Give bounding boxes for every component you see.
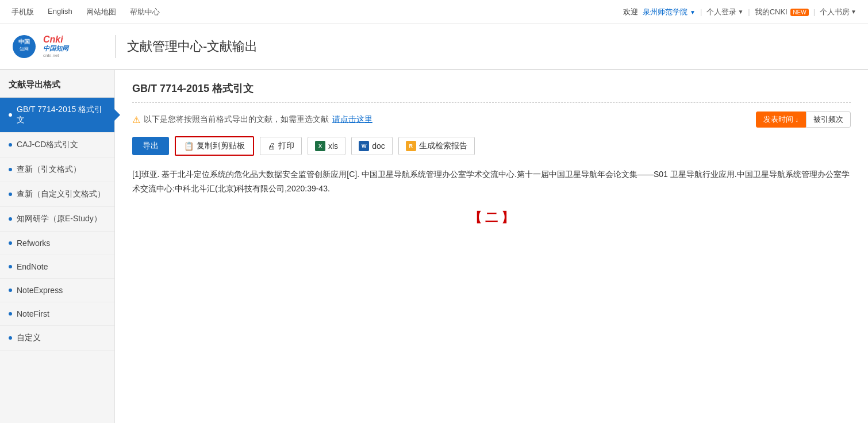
sidebar-bullet-icon: [9, 289, 12, 292]
copy-clipboard-button[interactable]: 📋 复制到剪贴板: [175, 136, 254, 156]
mobile-link[interactable]: 手机版: [11, 7, 34, 17]
institution-chevron-icon: ▼: [690, 9, 696, 16]
sidebar-bullet-icon: [9, 168, 12, 171]
sidebar-bullet-icon: [9, 143, 12, 147]
top-nav-separator3: |: [813, 7, 815, 16]
cnki-logo[interactable]: 中国 知网 Cnki 中国知网 cnki.net: [11, 31, 103, 63]
report-icon: R: [406, 141, 416, 151]
reselect-link[interactable]: 请点击这里: [332, 114, 372, 125]
sidebar-item-label-0: GB/T 7714-2015 格式引文: [17, 105, 106, 125]
top-nav-right: 欢迎 泉州师范学院 ▼ | 个人登录 ▼ | 我的CNKI NEW | 个人书房…: [623, 7, 857, 17]
sidebar-bullet-icon: [9, 265, 12, 268]
sidebar-item-label-1: CAJ-CD格式引文: [17, 140, 78, 150]
login-link[interactable]: 个人登录 ▼: [706, 7, 743, 17]
site-header: 中国 知网 Cnki 中国知网 cnki.net 文献管理中心-文献输出: [0, 24, 868, 70]
xls-icon: X: [315, 141, 325, 151]
sort-by-citation-button[interactable]: 被引频次: [806, 111, 851, 128]
svg-text:中国知网: 中国知网: [43, 45, 70, 52]
welcome-text: 欢迎: [623, 7, 638, 17]
personal-shelf-label: 个人书房: [820, 7, 850, 17]
shelf-chevron-icon: ▼: [851, 9, 857, 15]
sidebar-item-label-2: 查新（引文格式）: [17, 164, 81, 175]
doc-button[interactable]: W doc: [351, 137, 393, 155]
info-bar: ⚠ 以下是您将按照当前格式导出的文献，如需重选文献 请点击这里 发表时间 ↓ 被…: [132, 111, 851, 128]
sitemap-link[interactable]: 网站地图: [86, 7, 116, 17]
clipboard-icon: 📋: [184, 141, 194, 151]
login-chevron-icon: ▼: [738, 9, 743, 15]
reference-text: [1]班亚. 基于北斗定位系统的危化品大数据安全监管创新应用[C]. 中国卫星导…: [132, 167, 851, 196]
sidebar-item-gbt7714[interactable]: GB/T 7714-2015 格式引文: [0, 98, 114, 133]
sort-by-date-button[interactable]: 发表时间 ↓: [756, 111, 806, 128]
section-heading: GB/T 7714-2015 格式引文: [132, 82, 851, 103]
sidebar-item-label-5: Refworks: [17, 239, 50, 248]
sort-arrow-icon: ↓: [796, 116, 799, 123]
sidebar-bullet-icon: [9, 217, 12, 221]
generate-report-button[interactable]: R 生成检索报告: [398, 137, 475, 155]
clipboard-label: 复制到剪贴板: [197, 141, 245, 151]
help-link[interactable]: 帮助中心: [130, 7, 160, 17]
action-toolbar: 导出 📋 复制到剪贴板 🖨 打印 X xls W doc R 生成检索报告: [132, 136, 851, 156]
sort-citation-label: 被引频次: [813, 115, 843, 124]
my-cnki-link[interactable]: 我的CNKI NEW: [755, 7, 809, 17]
sidebar-item-endnote[interactable]: EndNote: [0, 255, 114, 279]
institution-link[interactable]: 泉州师范学院 ▼: [643, 7, 696, 17]
svg-text:cnki.net: cnki.net: [43, 53, 59, 58]
info-text: 以下是您将按照当前格式导出的文献，如需重选文献: [144, 114, 329, 125]
sidebar-item-label-6: EndNote: [17, 262, 48, 271]
annotation-marker: 【 二 】: [469, 206, 514, 229]
sidebar: 文献导出格式 GB/T 7714-2015 格式引文 CAJ-CD格式引文 查新…: [0, 70, 115, 423]
my-cnki-label: 我的CNKI: [755, 7, 788, 16]
info-bar-left: ⚠ 以下是您将按照当前格式导出的文献，如需重选文献 请点击这里: [132, 114, 372, 125]
sidebar-bullet-icon: [9, 113, 12, 117]
login-label: 个人登录: [706, 7, 736, 17]
logo-area: 中国 知网 Cnki 中国知网 cnki.net: [11, 31, 103, 63]
sidebar-item-custom[interactable]: 自定义: [0, 326, 114, 351]
top-nav-separator1: |: [700, 7, 702, 16]
sidebar-item-cajcd[interactable]: CAJ-CD格式引文: [0, 133, 114, 157]
sidebar-item-refworks[interactable]: Refworks: [0, 232, 114, 255]
sidebar-bullet-icon: [9, 312, 12, 316]
sidebar-bullet-icon: [9, 241, 12, 245]
sort-buttons: 发表时间 ↓ 被引频次: [756, 111, 851, 128]
sidebar-title: 文献导出格式: [0, 70, 114, 98]
top-navigation: 手机版 English 网站地图 帮助中心 欢迎 泉州师范学院 ▼ | 个人登录…: [0, 0, 868, 24]
xls-label: xls: [328, 141, 338, 151]
main-layout: 文献导出格式 GB/T 7714-2015 格式引文 CAJ-CD格式引文 查新…: [0, 70, 868, 423]
top-nav-separator2: |: [748, 7, 750, 16]
institution-name: 泉州师范学院: [643, 7, 688, 16]
sidebar-item-label-9: 自定义: [17, 333, 41, 343]
sidebar-bullet-icon: [9, 336, 12, 340]
cnki-logo-svg: 中国 知网 Cnki 中国知网 cnki.net: [11, 31, 103, 63]
export-button[interactable]: 导出: [132, 137, 169, 155]
sidebar-item-noteexpress[interactable]: NoteExpress: [0, 279, 114, 302]
sidebar-item-label-8: NoteFirst: [17, 309, 49, 318]
sidebar-item-label-3: 查新（自定义引文格式）: [17, 189, 105, 199]
xls-button[interactable]: X xls: [308, 137, 345, 155]
doc-label: doc: [372, 141, 385, 151]
header-divider: [115, 35, 116, 58]
sort-date-label: 发表时间: [763, 115, 793, 124]
svg-text:中国: 中国: [18, 39, 30, 45]
new-badge: NEW: [790, 9, 808, 16]
personal-shelf-link[interactable]: 个人书房 ▼: [820, 7, 857, 17]
page-title: 文献管理中心-文献输出: [127, 38, 258, 55]
content-area: GB/T 7714-2015 格式引文 ⚠ 以下是您将按照当前格式导出的文献，如…: [115, 70, 868, 423]
sidebar-item-chaxin2[interactable]: 查新（自定义引文格式）: [0, 182, 114, 207]
english-link[interactable]: English: [48, 7, 72, 17]
svg-text:Cnki: Cnki: [43, 34, 63, 44]
reference-content: [1]班亚. 基于北斗定位系统的危化品大数据安全监管创新应用[C]. 中国卫星导…: [132, 167, 851, 229]
sidebar-item-label-4: 知网研学（原E-Study）: [17, 214, 102, 224]
sidebar-item-chaxin1[interactable]: 查新（引文格式）: [0, 157, 114, 182]
print-label: 打印: [278, 141, 294, 151]
warning-icon: ⚠: [132, 114, 140, 125]
doc-icon: W: [359, 141, 369, 151]
sidebar-bullet-icon: [9, 193, 12, 196]
sidebar-item-label-7: NoteExpress: [17, 286, 63, 295]
report-label: 生成检索报告: [419, 141, 467, 151]
printer-icon: 🖨: [267, 141, 275, 151]
sidebar-item-notefirst[interactable]: NoteFirst: [0, 302, 114, 326]
sidebar-item-estudy[interactable]: 知网研学（原E-Study）: [0, 207, 114, 232]
svg-text:知网: 知网: [20, 47, 29, 52]
print-button[interactable]: 🖨 打印: [260, 137, 302, 155]
top-nav-left: 手机版 English 网站地图 帮助中心: [11, 7, 160, 17]
